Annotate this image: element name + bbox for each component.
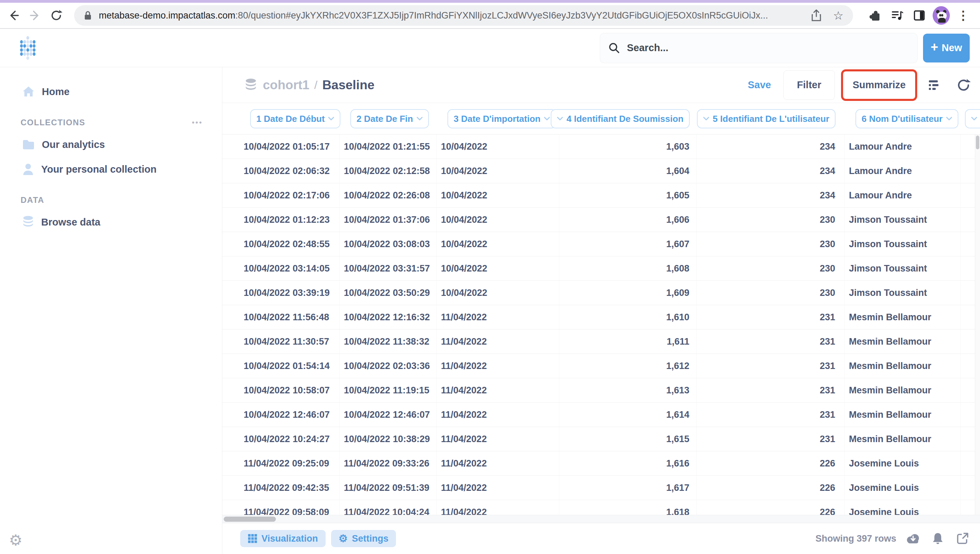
- table-cell[interactable]: 1,609: [559, 281, 697, 305]
- metabase-logo-icon[interactable]: [20, 36, 36, 60]
- notebook-editor-icon[interactable]: [928, 78, 943, 93]
- playlist-extension-icon[interactable]: [889, 7, 906, 24]
- table-cell[interactable]: 10/04/2022 01:12:23: [240, 208, 340, 232]
- table-cell[interactable]: 10/04/2022: [437, 281, 559, 305]
- table-cell[interactable]: 10/04/2022 02:06:32: [240, 159, 340, 183]
- table-cell[interactable]: 11/04/2022: [437, 427, 559, 451]
- filter-button[interactable]: Filter: [783, 70, 835, 100]
- table-cell[interactable]: 231: [697, 305, 845, 330]
- table-cell[interactable]: 230: [697, 256, 845, 281]
- table-cell[interactable]: 226: [697, 500, 845, 515]
- table-cell[interactable]: Jimson Toussaint: [845, 232, 961, 256]
- table-cell[interactable]: 10/04/2022 01:37:06: [340, 208, 437, 232]
- table-cell[interactable]: 1,618: [559, 500, 697, 515]
- table-cell[interactable]: 10/04/2022: [437, 232, 559, 256]
- table-cell[interactable]: 10/04/2022 10:24:27: [240, 427, 340, 451]
- table-cell[interactable]: 234: [697, 135, 845, 159]
- table-cell[interactable]: 10/04/2022 11:30:57: [240, 330, 340, 354]
- table-cell[interactable]: 10/04/2022 11:19:15: [340, 378, 437, 403]
- table-cell[interactable]: 10/04/2022 11:38:32: [340, 330, 437, 354]
- share-icon[interactable]: [808, 7, 825, 24]
- table-cell[interactable]: Mesmin Bellamour: [845, 305, 961, 330]
- table-cell[interactable]: 10/04/2022 01:54:14: [240, 354, 340, 378]
- table-cell[interactable]: 10/04/2022 02:17:06: [240, 183, 340, 208]
- refresh-icon[interactable]: [956, 78, 971, 93]
- table-cell[interactable]: 234: [697, 159, 845, 183]
- sidebar-item-browse-data[interactable]: Browse data: [0, 212, 222, 232]
- visualization-button[interactable]: Visualization: [240, 530, 326, 547]
- table-cell[interactable]: Mesmin Bellamour: [845, 427, 961, 451]
- table-cell[interactable]: Mesmin Bellamour: [845, 354, 961, 378]
- settings-gear-icon[interactable]: ⚙: [9, 533, 22, 548]
- table-cell[interactable]: 231: [697, 427, 845, 451]
- column-header-pill[interactable]: 5 Identifiant De L'utilisateur: [697, 109, 835, 128]
- sidebar-item-home[interactable]: Home: [0, 82, 222, 102]
- table-cell[interactable]: 10/04/2022 01:05:17: [240, 135, 340, 159]
- table-cell[interactable]: 1,616: [559, 451, 697, 476]
- forward-icon[interactable]: [27, 7, 43, 24]
- table-cell[interactable]: Jimson Toussaint: [845, 281, 961, 305]
- new-button[interactable]: + New: [923, 33, 970, 62]
- browser-menu-kebab-icon[interactable]: ⋮: [955, 7, 972, 24]
- table-cell[interactable]: 231: [697, 403, 845, 427]
- table-cell[interactable]: 11/04/2022 09:42:35: [240, 476, 340, 500]
- vertical-scrollbar-thumb[interactable]: [976, 135, 979, 149]
- sidebar-item-personal-collection[interactable]: Your personal collection: [0, 159, 222, 179]
- table-cell[interactable]: 11/04/2022: [437, 403, 559, 427]
- table-cell[interactable]: 10/04/2022: [437, 183, 559, 208]
- table-cell[interactable]: 230: [697, 232, 845, 256]
- table-cell[interactable]: 230: [697, 208, 845, 232]
- external-link-icon[interactable]: [955, 531, 970, 546]
- table-cell[interactable]: 226: [697, 476, 845, 500]
- table-cell[interactable]: Josemine Louis: [845, 451, 961, 476]
- side-panel-icon[interactable]: [911, 7, 928, 24]
- bell-icon[interactable]: [930, 531, 946, 546]
- table-cell[interactable]: 10/04/2022 03:08:03: [340, 232, 437, 256]
- table-cell[interactable]: 10/04/2022 12:16:32: [340, 305, 437, 330]
- column-header-pill[interactable]: 2 Date De Fin: [350, 109, 429, 128]
- table-cell[interactable]: 10/04/2022 12:46:07: [340, 403, 437, 427]
- table-cell[interactable]: 1,612: [559, 354, 697, 378]
- reload-icon[interactable]: [48, 7, 65, 24]
- table-cell[interactable]: 11/04/2022: [437, 378, 559, 403]
- table-cell[interactable]: 1,617: [559, 476, 697, 500]
- table-cell[interactable]: 1,606: [559, 208, 697, 232]
- table-cell[interactable]: 1,613: [559, 378, 697, 403]
- column-header-pill[interactable]: 6 Nom D'utilisateur: [856, 109, 958, 128]
- table-cell[interactable]: Mesmin Bellamour: [845, 378, 961, 403]
- url-bar[interactable]: metabase-demo.impactatlas.com:80/questio…: [74, 5, 853, 26]
- table-cell[interactable]: 10/04/2022: [437, 256, 559, 281]
- settings-button[interactable]: ⚙ Settings: [331, 530, 396, 547]
- back-icon[interactable]: [5, 7, 22, 24]
- table-cell[interactable]: 11/04/2022: [437, 354, 559, 378]
- table-cell[interactable]: 11/04/2022 10:04:24: [340, 500, 437, 515]
- table-cell[interactable]: 1,614: [559, 403, 697, 427]
- table-cell[interactable]: 11/04/2022 09:25:09: [240, 451, 340, 476]
- table-cell[interactable]: 10/04/2022 12:46:07: [240, 403, 340, 427]
- table-cell[interactable]: Lamour Andre: [845, 135, 961, 159]
- table-cell[interactable]: 1,610: [559, 305, 697, 330]
- table-cell[interactable]: 1,615: [559, 427, 697, 451]
- table-cell[interactable]: 10/04/2022 10:38:29: [340, 427, 437, 451]
- table-cell[interactable]: 10/04/2022 02:03:36: [340, 354, 437, 378]
- table-cell[interactable]: 11/04/2022: [437, 305, 559, 330]
- table-cell[interactable]: Josemine Louis: [845, 500, 961, 515]
- sidebar-item-our-analytics[interactable]: Our analytics: [0, 135, 222, 154]
- table-cell[interactable]: 226: [697, 451, 845, 476]
- horizontal-scrollbar-thumb[interactable]: [224, 517, 276, 522]
- search-input[interactable]: Search...: [600, 33, 918, 63]
- table-cell[interactable]: 1,611: [559, 330, 697, 354]
- avatar[interactable]: [933, 7, 950, 24]
- table-cell[interactable]: 10/04/2022 02:48:55: [240, 232, 340, 256]
- table-cell[interactable]: Lamour Andre: [845, 159, 961, 183]
- table-cell[interactable]: Jimson Toussaint: [845, 256, 961, 281]
- table-cell[interactable]: 1,607: [559, 232, 697, 256]
- column-header-pill[interactable]: 4 Identifiant De Soumission: [551, 109, 690, 128]
- table-cell[interactable]: 11/04/2022: [437, 500, 559, 515]
- table-cell[interactable]: Josemine Louis: [845, 476, 961, 500]
- table-cell[interactable]: 11/04/2022: [437, 476, 559, 500]
- table-cell[interactable]: 1,604: [559, 159, 697, 183]
- table-cell[interactable]: 234: [697, 183, 845, 208]
- column-header-pill[interactable]: [965, 109, 980, 128]
- table-cell[interactable]: 10/04/2022: [437, 208, 559, 232]
